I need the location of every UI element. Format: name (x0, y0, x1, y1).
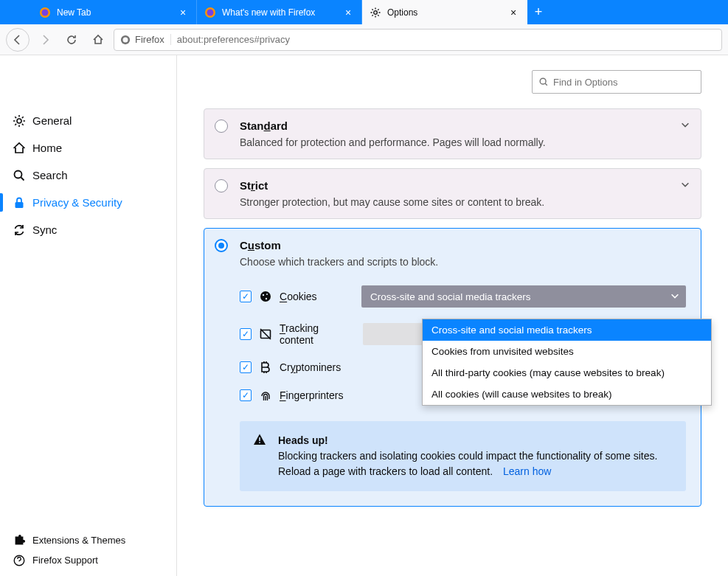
help-icon (12, 553, 27, 568)
alert-body: Blocking trackers and isolating cookies … (278, 450, 657, 477)
svg-rect-17 (259, 437, 260, 441)
checkbox-fingerprint[interactable] (240, 389, 252, 401)
dropdown-option[interactable]: All cookies (will cause websites to brea… (423, 384, 711, 405)
svg-point-12 (260, 291, 271, 302)
search-placeholder: Find in Options (553, 77, 617, 88)
svg-point-11 (540, 78, 546, 84)
tabbar-spacer (0, 0, 32, 24)
identity-label: Firefox (135, 34, 164, 45)
browser-tab-options[interactable]: Options × (362, 0, 527, 24)
sidebar-item-label: Search (32, 169, 68, 181)
panel-title: Custom (240, 239, 670, 251)
browser-tab-bar: New Tab × What's new with Firefox × Opti… (0, 0, 728, 24)
tab-label: New Tab (57, 7, 171, 18)
checkbox-crypto[interactable] (240, 361, 252, 373)
radio-strict[interactable] (215, 179, 228, 192)
chevron-down-icon (670, 291, 680, 301)
tab-label: What's new with Firefox (222, 7, 336, 18)
radio-custom[interactable] (215, 239, 228, 252)
svg-point-8 (15, 170, 22, 178)
svg-point-7 (17, 119, 21, 123)
protection-panel-strict[interactable]: Strict Stronger protection, but may caus… (204, 168, 701, 219)
cookie-icon (259, 290, 272, 303)
heads-up-alert: Heads up! Blocking trackers and isolatin… (240, 421, 686, 491)
protection-panel-standard[interactable]: Standard Balanced for protection and per… (204, 108, 701, 159)
alert-title: Heads up! (278, 434, 328, 446)
panel-title: Strict (240, 179, 670, 192)
svg-point-15 (266, 298, 267, 299)
sidebar-item-support[interactable]: Firefox Support (0, 550, 176, 570)
firefox-icon (204, 7, 216, 18)
sidebar-item-search[interactable]: Search (0, 162, 176, 189)
new-tab-button[interactable]: + (527, 0, 550, 24)
browser-tab-whatsnew[interactable]: What's new with Firefox × (197, 0, 362, 24)
fingerprint-icon (259, 389, 272, 402)
gear-icon (370, 7, 381, 18)
radio-standard[interactable] (215, 119, 228, 133)
close-icon[interactable]: × (177, 7, 189, 18)
sidebar-item-label: Privacy & Security (32, 196, 122, 209)
svg-point-14 (266, 294, 268, 295)
sidebar-item-label: General (32, 114, 72, 127)
svg-point-13 (263, 294, 264, 296)
dropdown-option[interactable]: All third-party cookies (may cause websi… (423, 362, 711, 384)
checkbox-cookies[interactable] (240, 291, 252, 302)
back-button[interactable] (6, 28, 30, 52)
cookies-select[interactable]: Cross-site and social media trackers (361, 285, 686, 308)
svg-point-1 (42, 9, 49, 15)
lock-icon (12, 195, 27, 210)
search-icon (538, 77, 549, 87)
find-in-options[interactable]: Find in Options (532, 70, 701, 94)
reload-button[interactable] (60, 29, 83, 51)
learn-how-link[interactable]: Learn how (503, 465, 551, 477)
sidebar-item-home[interactable]: Home (0, 134, 176, 162)
url-bar[interactable]: Firefox about:preferences#privacy (114, 29, 722, 51)
chevron-down-icon[interactable] (680, 119, 690, 130)
sidebar-item-privacy[interactable]: Privacy & Security (0, 189, 176, 216)
dropdown-option[interactable]: Cross-site and social media trackers (423, 319, 711, 341)
checkbox-tracking[interactable] (240, 328, 252, 340)
sidebar-item-label: Sync (32, 223, 57, 236)
warning-icon (253, 433, 266, 446)
sidebar-item-extensions[interactable]: Extensions & Themes (0, 530, 176, 550)
close-icon[interactable]: × (507, 7, 519, 18)
option-label: Cryptominers (280, 361, 341, 373)
cookies-dropdown: Cross-site and social media trackers Coo… (422, 319, 712, 406)
panel-desc: Balanced for protection and performance.… (240, 136, 670, 148)
svg-rect-9 (15, 202, 24, 208)
preferences-content: Find in Options Standard Balanced for pr… (177, 55, 728, 576)
home-button[interactable] (87, 29, 109, 51)
close-icon[interactable]: × (342, 7, 354, 18)
sidebar-item-label: Firefox Support (32, 555, 98, 566)
dropdown-option[interactable]: Cookies from unvisited websites (423, 341, 711, 362)
chevron-down-icon[interactable] (680, 179, 690, 190)
search-icon (12, 168, 27, 183)
puzzle-icon (12, 533, 27, 548)
crypto-icon (259, 361, 272, 374)
svg-point-6 (123, 37, 128, 42)
url-text: about:preferences#privacy (177, 34, 290, 45)
option-label: Tracking content (280, 322, 356, 346)
svg-point-3 (207, 9, 214, 15)
browser-tab-new[interactable]: New Tab × (32, 0, 197, 24)
select-value: Cross-site and social media trackers (370, 291, 531, 302)
sidebar-item-sync[interactable]: Sync (0, 216, 176, 243)
option-cookies: Cookies Cross-site and social media trac… (240, 278, 686, 315)
option-label: Fingerprinters (280, 389, 343, 401)
firefox-icon (120, 35, 131, 45)
home-icon (12, 141, 27, 156)
identity-box[interactable]: Firefox (120, 34, 171, 45)
firefox-icon (39, 7, 51, 18)
nav-toolbar: Firefox about:preferences#privacy (0, 24, 728, 55)
panel-desc: Stronger protection, but may cause some … (240, 196, 670, 208)
sidebar-item-label: Home (32, 142, 62, 154)
svg-rect-18 (259, 442, 260, 443)
sidebar-item-general[interactable]: General (0, 107, 176, 134)
panel-title: Standard (240, 119, 670, 132)
tab-label: Options (387, 7, 502, 18)
tracking-icon (259, 327, 272, 341)
sidebar-item-label: Extensions & Themes (32, 535, 125, 546)
svg-point-4 (374, 10, 378, 14)
sync-icon (12, 223, 27, 237)
forward-button[interactable] (34, 29, 56, 51)
